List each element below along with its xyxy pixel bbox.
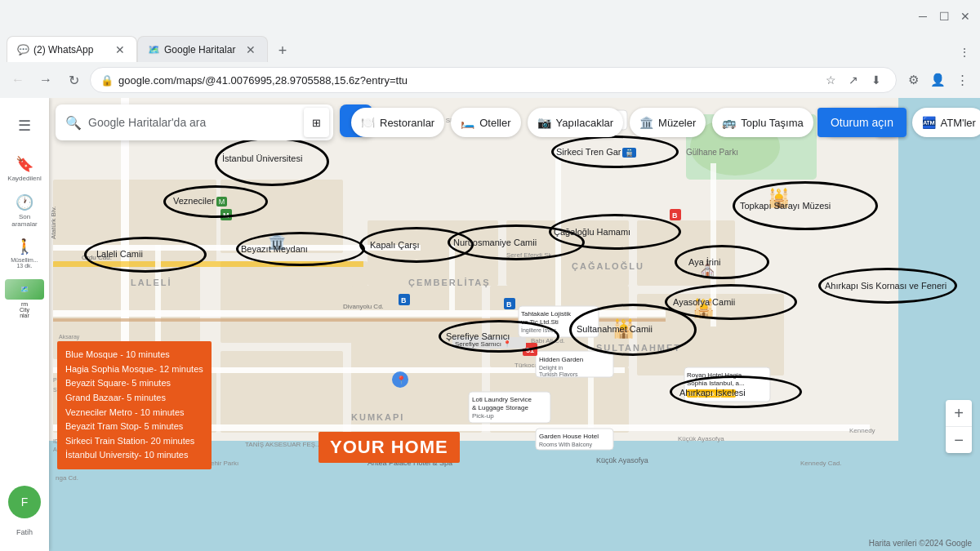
- svg-text:Hidden Garden: Hidden Garden: [539, 356, 583, 363]
- download-icon[interactable]: ⬇: [866, 70, 886, 90]
- more-options-icon[interactable]: ⋮: [951, 69, 973, 91]
- filter-museums[interactable]: 🏛️ Müzeler: [630, 108, 706, 137]
- share-icon[interactable]: ↗: [844, 70, 863, 90]
- svg-text:B: B: [672, 211, 678, 220]
- restaurants-label: Restoranlar: [380, 117, 434, 129]
- walk-icon: 🚶: [16, 238, 33, 256]
- minimize-button[interactable]: ─: [915, 8, 931, 24]
- sidebar-item-transit[interactable]: 🚶 Müsellim...13 dk.: [5, 233, 44, 273]
- address-bar: ← → ↻ 🔒 google.com/maps/@41.0076995,28.9…: [0, 62, 980, 98]
- museums-label: Müzeler: [658, 117, 696, 129]
- svg-text:Kennedy: Kennedy: [849, 427, 875, 434]
- svg-text:nga Cd.: nga Cd.: [56, 474, 78, 482]
- svg-text:Küçük Ayasofya: Küçük Ayasofya: [678, 435, 724, 442]
- fatih-sidebar-label: Fatih: [16, 528, 33, 536]
- label-istanbul-uni: İstanbul Üniversitesi: [222, 153, 302, 163]
- label-ayasofya: Ayasofya Camii: [673, 297, 735, 307]
- browser-chrome: ─ ☐ ✕ 💬 (2) WhatsApp ✕ 🗺️ Google Harital…: [0, 0, 980, 98]
- layers-icon: ⊞: [312, 117, 321, 129]
- close-button[interactable]: ✕: [957, 8, 973, 24]
- whatsapp-tab-label: (2) WhatsApp: [33, 44, 109, 56]
- label-serefiye: Şerefiye Sarnıcı: [446, 331, 510, 341]
- svg-text:M: M: [223, 211, 229, 220]
- svg-text:Turkish Flavors: Turkish Flavors: [539, 371, 578, 377]
- filter-transit[interactable]: 🚌 Toplu Taşıma: [712, 108, 813, 137]
- filter-restaurants[interactable]: 🍽️ Restoranlar: [351, 108, 444, 137]
- svg-rect-24: [155, 245, 161, 343]
- filter-things-to-do[interactable]: 📷 Yapılacaklar: [528, 108, 624, 137]
- transit-icon: 🚌: [722, 116, 736, 129]
- svg-text:51: 51: [526, 346, 534, 354]
- svg-text:İngiltere İsveç: İngiltere İsveç: [521, 327, 557, 334]
- forward-button[interactable]: →: [34, 69, 57, 91]
- label-topkapi: Topkapı Sarayı Müzesi: [740, 201, 831, 211]
- label-ahirkapi-iskelesi: Ahırkapı İskelesi: [679, 388, 746, 398]
- zoom-in-button[interactable]: +: [946, 400, 972, 426]
- info-line-1: Blue Mosque - 10 minutes: [65, 348, 203, 362]
- atms-label: ATM'ler: [941, 117, 976, 129]
- filter-hotels[interactable]: 🛏️ Oteller: [451, 108, 520, 137]
- back-button[interactable]: ←: [7, 69, 29, 91]
- svg-text:Sophia Istanbul, a...: Sophia Istanbul, a...: [687, 380, 745, 387]
- svg-text:Loti Laundry Service: Loti Laundry Service: [472, 396, 532, 403]
- layer-chip-button[interactable]: ⊞: [304, 108, 329, 137]
- tab-whatsapp[interactable]: 💬 (2) WhatsApp ✕: [7, 36, 137, 62]
- extensions-icon[interactable]: ⚙: [902, 69, 924, 91]
- info-line-6: Beyazit Tram Stop- 5 minutes: [65, 420, 203, 434]
- svg-text:Gülhane Parkı: Gülhane Parkı: [686, 148, 738, 157]
- info-line-3: Beyazit Square- 5 minutes: [65, 376, 203, 391]
- transit-label: Müsellim...13 dk.: [11, 257, 38, 269]
- svg-rect-11: [637, 220, 735, 286]
- label-nuruosmaniye: Nuruosmaniye Camii: [453, 238, 537, 247]
- label-sirkeci: Sirkeci Tren Gar🚆: [556, 147, 636, 157]
- svg-text:Garden House Hotel: Garden House Hotel: [539, 433, 599, 440]
- url-bar[interactable]: 🔒 google.com/maps/@41.0076995,28.9705588…: [90, 67, 897, 93]
- label-ahirkapi-sis: Ahırkapı Sis Kornası ve Feneri: [825, 281, 947, 291]
- sidebar-item-recent[interactable]: 🕐 Sonaramalar: [5, 191, 44, 230]
- restaurants-icon: 🍽️: [361, 116, 375, 129]
- layer-toggle: ⊞: [304, 108, 329, 137]
- window-controls: ─ ☐ ✕: [915, 8, 973, 24]
- things-to-do-icon: 📷: [537, 116, 551, 129]
- ssl-lock-icon: 🔒: [100, 74, 114, 87]
- maximize-button[interactable]: ☐: [936, 8, 952, 24]
- map-search-bar: 🔍 Google Haritalar'da ara 🎤: [56, 104, 333, 140]
- map-background: Atatürk Blv. Divanyolu Cd. Ordu Cad. LAL…: [0, 98, 980, 551]
- map-container[interactable]: Atatürk Blv. Divanyolu Cd. Ordu Cad. LAL…: [0, 98, 980, 551]
- attribution-text: Harita verileri ©2024 Google: [869, 539, 972, 548]
- search-input[interactable]: Google Haritalar'da ara: [88, 116, 301, 129]
- info-line-2: Hagia Sophia Mosque- 12 minutes: [65, 362, 203, 377]
- svg-rect-2: [898, 98, 980, 551]
- svg-text:📍: 📍: [396, 375, 407, 385]
- zoom-out-button[interactable]: −: [946, 427, 972, 453]
- search-icon: 🔍: [65, 115, 82, 131]
- svg-rect-8: [220, 261, 368, 343]
- svg-text:LALELİ: LALELİ: [131, 278, 172, 287]
- user-avatar[interactable]: F: [8, 486, 41, 518]
- saved-label: Kaydedilenl: [7, 175, 41, 182]
- things-to-do-label: Yapılacaklar: [556, 117, 614, 129]
- svg-text:Atatürk Blv.: Atatürk Blv.: [50, 207, 57, 239]
- label-vezneciler: VeznecilerM: [173, 196, 227, 206]
- tab-menu-button[interactable]: ⋮: [956, 42, 973, 62]
- new-tab-button[interactable]: +: [271, 39, 294, 62]
- map-attribution: Harita verileri ©2024 Google: [869, 539, 972, 548]
- url-text: google.com/maps/@41.0076995,28.9705588,1…: [118, 74, 816, 87]
- filter-atms[interactable]: 🏧 ATM'ler: [912, 108, 981, 137]
- browser-actions: ⚙ 👤 ⋮: [902, 69, 973, 91]
- bookmark-icon: 🔖: [16, 155, 33, 173]
- refresh-button[interactable]: ↻: [62, 69, 85, 91]
- tab-maps[interactable]: 🗺️ Google Haritalar ✕: [137, 36, 268, 62]
- label-aya-irini: Aya İrini: [688, 257, 721, 267]
- sign-in-button[interactable]: Oturum açın: [817, 108, 906, 137]
- map-sidebar: ☰ 🔖 Kaydedilenl 🕐 Sonaramalar 🚶 Müsellim…: [0, 98, 49, 551]
- profile-icon[interactable]: 👤: [926, 69, 949, 91]
- maps-tab-close[interactable]: ✕: [244, 43, 257, 56]
- svg-text:Tahtakale Lojistik: Tahtakale Lojistik: [521, 310, 572, 318]
- clock-icon: 🕐: [16, 193, 33, 211]
- sidebar-item-menu[interactable]: ☰: [5, 106, 44, 145]
- bookmark-star-icon[interactable]: ☆: [821, 70, 840, 90]
- info-line-8: İstanbul University- 10 minutes: [65, 448, 203, 463]
- whatsapp-tab-close[interactable]: ✕: [114, 43, 127, 56]
- sidebar-item-saved[interactable]: 🔖 Kaydedilenl: [5, 149, 44, 188]
